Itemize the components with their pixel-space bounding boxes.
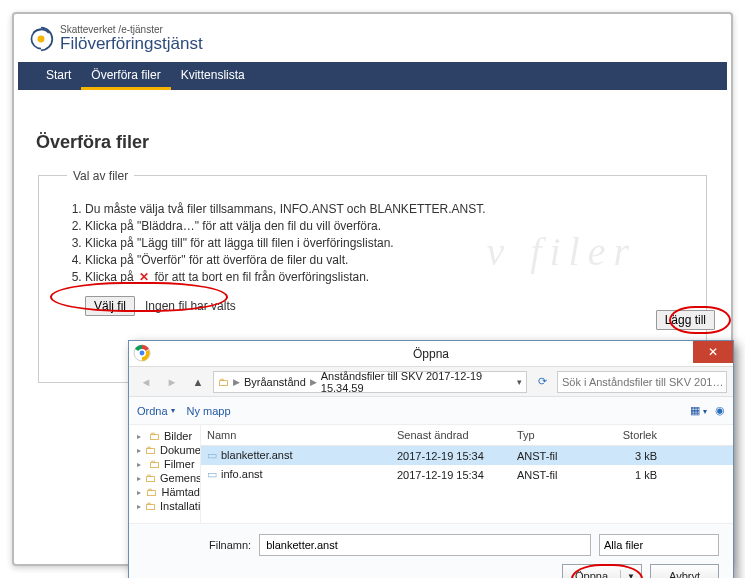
tab-start[interactable]: Start — [36, 62, 81, 90]
file-icon: ▭ — [207, 468, 217, 480]
cancel-button[interactable]: Avbryt — [650, 564, 719, 578]
folder-tree: ▸🗀Bilder ▸🗀Dokume ▸🗀Filmer ▸🗀Gemensa ▸🗀H… — [129, 425, 201, 523]
breadcrumb-part-2[interactable]: Anståndsfiler till SKV 2017-12-19 15.34.… — [321, 370, 513, 394]
sidebar-item-dokument[interactable]: ▸🗀Dokume — [137, 443, 200, 457]
main-tabs: Start Överföra filer Kvittenslista — [18, 62, 727, 90]
sidebar-item-filmer[interactable]: ▸🗀Filmer — [137, 457, 200, 471]
instruction-list: Du måste välja två filer tillsammans, IN… — [67, 202, 686, 284]
dialog-title: Öppna — [413, 347, 449, 361]
col-name[interactable]: Namn — [207, 429, 397, 441]
file-icon: ▭ — [207, 449, 217, 461]
file-type-select[interactable] — [599, 534, 719, 556]
breadcrumb[interactable]: 🗀 ▶ Byråanstånd ▶ Anståndsfiler till SKV… — [213, 371, 527, 393]
col-date[interactable]: Senast ändrad — [397, 429, 517, 441]
help-icon[interactable]: ◉ — [715, 404, 725, 417]
open-dropdown-icon[interactable]: ▼ — [621, 572, 641, 579]
col-type[interactable]: Typ — [517, 429, 597, 441]
add-file-button[interactable]: Lägg till — [656, 310, 715, 330]
organize-menu[interactable]: Ordna▾ — [137, 405, 175, 417]
instruction-3: Klicka på "Lägg till" för att lägga till… — [85, 236, 686, 250]
tab-kvittenslista[interactable]: Kvittenslista — [171, 62, 255, 90]
instruction-2: Klicka på "Bläddra…" för att välja den f… — [85, 219, 686, 233]
app-header: Skatteverket /e-tjänster Filöverföringst… — [18, 18, 727, 54]
remove-x-icon: ✕ — [137, 270, 151, 284]
search-input[interactable] — [557, 371, 727, 393]
sidebar-item-gemensam[interactable]: ▸🗀Gemensa — [137, 471, 200, 485]
filename-input[interactable] — [259, 534, 591, 556]
sidebar-item-bilder[interactable]: ▸🗀Bilder — [137, 429, 200, 443]
instruction-4: Klicka på "Överför" för att överföra de … — [85, 253, 686, 267]
filename-label: Filnamn: — [209, 539, 251, 551]
dialog-close-button[interactable]: ✕ — [693, 341, 733, 363]
tab-overfora-filer[interactable]: Överföra filer — [81, 62, 170, 90]
skatteverket-logo-icon — [28, 26, 54, 52]
nav-back-icon[interactable]: ◄ — [135, 372, 157, 392]
new-folder-button[interactable]: Ny mapp — [187, 405, 231, 417]
col-size[interactable]: Storlek — [597, 429, 657, 441]
file-list-header: Namn Senast ändrad Typ Storlek — [201, 425, 733, 446]
refresh-icon[interactable]: ⟳ — [531, 375, 553, 388]
open-button[interactable]: Öppna ▼ — [562, 564, 642, 578]
instruction-1: Du måste välja två filer tillsammans, IN… — [85, 202, 686, 216]
header-title: Filöverföringstjänst — [60, 35, 203, 54]
sidebar-item-hamtade[interactable]: ▸🗀Hämtad — [137, 485, 200, 499]
svg-point-2 — [139, 350, 145, 356]
chevron-down-icon[interactable]: ▾ — [517, 377, 522, 387]
breadcrumb-part-1[interactable]: Byråanstånd — [244, 376, 306, 388]
file-row-info[interactable]: ▭info.anst 2017-12-19 15:34 ANST-fil 1 k… — [201, 465, 733, 484]
sidebar-item-installation[interactable]: ▸🗀Installati — [137, 499, 200, 513]
nav-forward-icon[interactable]: ► — [161, 372, 183, 392]
svg-point-0 — [38, 35, 45, 42]
choose-file-button[interactable]: Välj fil — [85, 296, 135, 316]
instruction-5: Klicka på ✕ för att ta bort en fil från … — [85, 270, 686, 284]
folder-icon: 🗀 — [218, 376, 229, 388]
file-row-blanketter[interactable]: ▭blanketter.anst 2017-12-19 15:34 ANST-f… — [201, 446, 733, 465]
fieldset-legend: Val av filer — [67, 169, 134, 183]
page-title: Överföra filer — [36, 132, 709, 153]
chrome-icon — [133, 344, 151, 362]
file-status-text: Ingen fil har valts — [139, 297, 242, 315]
nav-up-icon[interactable]: ▲ — [187, 372, 209, 392]
file-open-dialog: Öppna ✕ ◄ ► ▲ 🗀 ▶ Byråanstånd ▶ Anstånds… — [128, 340, 734, 578]
view-options-icon[interactable]: ▦ ▾ — [690, 404, 707, 417]
